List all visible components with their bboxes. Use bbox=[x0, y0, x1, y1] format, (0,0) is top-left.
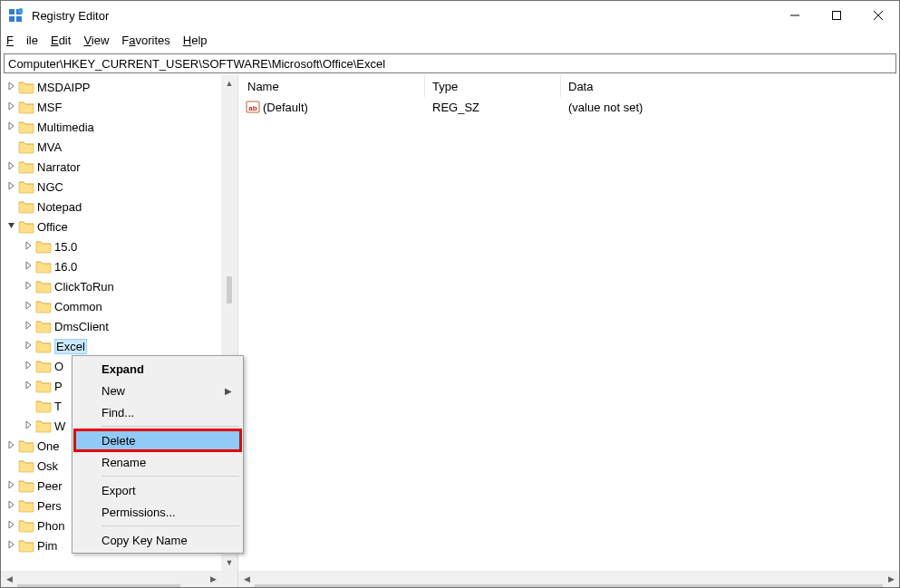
tree-item-label: One bbox=[37, 439, 60, 453]
value-row[interactable]: ab (Default) REG_SZ (value not set) bbox=[238, 97, 899, 117]
scroll-right-icon[interactable]: ▶ bbox=[883, 571, 899, 587]
chevron-right-icon[interactable] bbox=[23, 381, 35, 391]
chevron-right-icon[interactable] bbox=[23, 361, 35, 371]
context-copy-key-name[interactable]: Copy Key Name bbox=[74, 529, 241, 551]
chevron-right-icon[interactable] bbox=[5, 440, 18, 451]
chevron-right-icon[interactable] bbox=[5, 161, 18, 172]
column-data[interactable]: Data bbox=[561, 75, 899, 97]
string-value-icon: ab bbox=[246, 100, 260, 114]
menu-file[interactable]: File bbox=[6, 34, 38, 47]
tree-item-label: Osk bbox=[37, 459, 58, 473]
chevron-down-icon[interactable] bbox=[5, 221, 18, 232]
tree-item[interactable]: 16.0 bbox=[1, 256, 221, 276]
tree-item[interactable]: MVA bbox=[1, 137, 221, 157]
values-pane: Name Type Data ab (Default) REG_SZ (valu… bbox=[238, 75, 899, 587]
tree-item[interactable]: Office bbox=[1, 217, 221, 236]
tree-item-label: MSDAIPP bbox=[37, 81, 91, 94]
tree-item-label: T bbox=[54, 400, 62, 413]
context-expand[interactable]: Expand bbox=[74, 358, 241, 380]
tree-item-label: Notepad bbox=[37, 200, 82, 214]
values-horizontal-scrollbar[interactable]: ◀ ▶ bbox=[238, 571, 899, 587]
tree-item-label: Pim bbox=[37, 539, 57, 553]
tree-item[interactable]: MSF bbox=[1, 97, 221, 117]
column-type[interactable]: Type bbox=[425, 75, 561, 97]
chevron-right-icon[interactable] bbox=[23, 321, 35, 332]
tree-item[interactable]: Notepad bbox=[1, 197, 221, 217]
context-find[interactable]: Find... bbox=[74, 401, 241, 423]
tree-item-label: MVA bbox=[37, 140, 62, 154]
scroll-right-icon[interactable]: ▶ bbox=[205, 571, 221, 587]
menubar: File Edit View Favorites Help bbox=[1, 30, 899, 50]
tree-item-label: Office bbox=[37, 220, 68, 234]
folder-icon bbox=[35, 239, 52, 254]
chevron-right-icon[interactable] bbox=[5, 101, 18, 112]
address-bar[interactable]: Computer\HKEY_CURRENT_USER\SOFTWARE\Micr… bbox=[4, 53, 896, 73]
menu-view[interactable]: View bbox=[83, 34, 109, 47]
tree-item[interactable]: Multimedia bbox=[1, 117, 221, 137]
scrollbar-thumb[interactable] bbox=[227, 276, 232, 304]
tree-item-label: 16.0 bbox=[54, 260, 77, 274]
folder-icon bbox=[18, 100, 34, 114]
window-title: Registry Editor bbox=[30, 9, 774, 23]
chevron-right-icon[interactable] bbox=[5, 480, 18, 491]
scrollbar-thumb[interactable] bbox=[17, 584, 180, 588]
folder-icon bbox=[18, 458, 34, 473]
address-text: Computer\HKEY_CURRENT_USER\SOFTWARE\Micr… bbox=[8, 57, 385, 71]
tree-item[interactable]: DmsClient bbox=[1, 316, 221, 336]
chevron-right-icon[interactable] bbox=[23, 301, 35, 312]
tree-item[interactable]: Common bbox=[1, 296, 221, 316]
menu-help[interactable]: Help bbox=[183, 34, 208, 47]
folder-icon bbox=[35, 399, 52, 413]
submenu-arrow-icon: ▶ bbox=[225, 386, 232, 396]
value-type: REG_SZ bbox=[425, 101, 561, 114]
chevron-right-icon[interactable] bbox=[23, 420, 35, 431]
context-export[interactable]: Export bbox=[74, 479, 241, 501]
tree-item[interactable]: 15.0 bbox=[1, 236, 221, 256]
chevron-right-icon[interactable] bbox=[23, 281, 35, 292]
chevron-right-icon[interactable] bbox=[23, 261, 35, 272]
close-button[interactable] bbox=[857, 1, 899, 30]
tree-item[interactable]: ClickToRun bbox=[1, 276, 221, 296]
titlebar: Registry Editor bbox=[1, 1, 899, 30]
chevron-right-icon[interactable] bbox=[23, 241, 35, 252]
scroll-up-icon[interactable]: ▲ bbox=[221, 75, 237, 92]
tree-item-label: MSF bbox=[37, 101, 62, 114]
column-name[interactable]: Name bbox=[240, 75, 425, 97]
context-new[interactable]: New▶ bbox=[74, 380, 241, 401]
menu-favorites[interactable]: Favorites bbox=[121, 34, 169, 47]
folder-icon bbox=[35, 259, 52, 274]
menu-edit[interactable]: Edit bbox=[51, 34, 71, 47]
chevron-right-icon[interactable] bbox=[23, 341, 35, 352]
tree-item[interactable]: NGC bbox=[1, 177, 221, 197]
menu-separator bbox=[102, 525, 239, 526]
scrollbar-thumb[interactable] bbox=[255, 584, 883, 588]
chevron-right-icon[interactable] bbox=[5, 121, 18, 132]
value-data: (value not set) bbox=[561, 101, 899, 114]
chevron-right-icon[interactable] bbox=[5, 500, 18, 511]
tree-item[interactable]: Narrator bbox=[1, 157, 221, 177]
tree-item[interactable]: MSDAIPP bbox=[1, 77, 221, 97]
chevron-right-icon[interactable] bbox=[5, 540, 18, 551]
tree-item-label: Multimedia bbox=[37, 120, 94, 134]
tree-item[interactable]: Excel bbox=[1, 336, 221, 356]
minimize-button[interactable] bbox=[774, 1, 816, 30]
folder-icon bbox=[35, 319, 52, 333]
chevron-right-icon[interactable] bbox=[5, 181, 18, 192]
tree-item-label: O bbox=[54, 360, 63, 373]
chevron-right-icon[interactable] bbox=[5, 520, 18, 531]
folder-icon bbox=[18, 498, 34, 513]
folder-icon bbox=[18, 439, 34, 453]
scroll-left-icon[interactable]: ◀ bbox=[1, 571, 17, 587]
values-list[interactable]: ab (Default) REG_SZ (value not set) bbox=[238, 97, 899, 571]
chevron-right-icon[interactable] bbox=[5, 82, 18, 92]
context-delete[interactable]: Delete bbox=[74, 429, 241, 451]
scroll-left-icon[interactable]: ◀ bbox=[238, 571, 255, 587]
svg-rect-6 bbox=[833, 12, 841, 20]
maximize-button[interactable] bbox=[816, 1, 857, 30]
tree-horizontal-scrollbar[interactable]: ◀ ▶ bbox=[1, 571, 221, 587]
folder-icon bbox=[18, 140, 34, 154]
svg-rect-0 bbox=[9, 9, 15, 14]
context-rename[interactable]: Rename bbox=[74, 451, 241, 473]
context-permissions[interactable]: Permissions... bbox=[74, 501, 241, 523]
scroll-down-icon[interactable]: ▼ bbox=[221, 554, 237, 571]
